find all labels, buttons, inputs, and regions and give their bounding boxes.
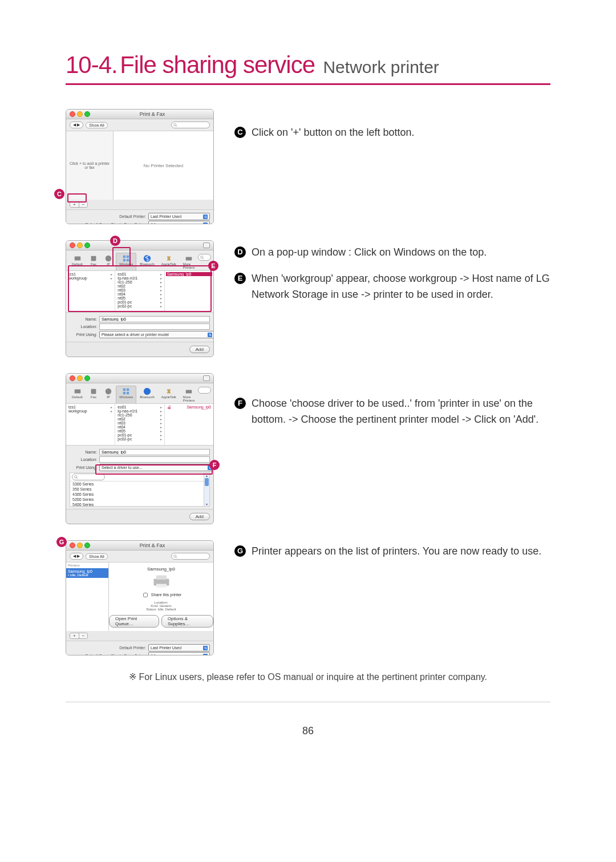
svg-rect-14	[91, 389, 96, 394]
printer-location-input[interactable]	[99, 323, 210, 330]
svg-rect-27	[156, 575, 167, 580]
svg-point-15	[106, 388, 112, 395]
printer-name-input[interactable]	[99, 316, 210, 322]
share-printer-checkbox[interactable]: Share this printer	[141, 591, 181, 599]
page-setup-select[interactable]: A4⇅	[148, 221, 210, 224]
tab-more-printers[interactable]: More Printers	[180, 253, 198, 270]
bullet-C: C	[234, 127, 246, 138]
search-input[interactable]	[171, 122, 210, 128]
search-input[interactable]	[198, 254, 211, 261]
callout-G: G	[56, 537, 67, 547]
svg-rect-6	[127, 256, 129, 258]
bullet-D: D	[234, 246, 246, 258]
tab-default[interactable]: Default	[68, 253, 86, 270]
svg-line-12	[203, 258, 204, 259]
printer-icon	[151, 573, 172, 589]
printer-detail-name: Samsung_lp0	[147, 566, 175, 572]
step-F-text: Choose 'choose driver to be used..' from…	[252, 396, 550, 428]
bullet-G: G	[234, 545, 246, 557]
svg-rect-2	[74, 257, 80, 261]
svg-line-1	[176, 126, 177, 127]
svg-rect-28	[156, 584, 167, 587]
add-button[interactable]: Add	[189, 513, 210, 520]
svg-point-4	[106, 256, 112, 262]
toolbar-pill-icon[interactable]	[203, 242, 210, 248]
column-domains[interactable]: tzs1▸ workgroup▸	[66, 271, 115, 312]
svg-rect-16	[123, 388, 125, 391]
tab-more-printers[interactable]: More Printers	[180, 386, 198, 403]
step-D-text: On a pop-up window : Click on Windows on…	[252, 245, 487, 261]
svg-rect-21	[186, 390, 192, 393]
tab-default[interactable]: Default	[68, 386, 86, 403]
bullet-F: F	[234, 398, 246, 409]
driver-model-list[interactable]: 3300 Series 350 Series 4300 Series 5200 …	[70, 472, 210, 507]
print-using-select[interactable]: Please select a driver or printer model⇅	[99, 331, 214, 338]
screenshot-addprinter-1: Default Fax IP Windows Bluetooth AppleTa…	[66, 240, 214, 357]
screenshot-printfax-final: Print & Fax ◀ ▶ Show All Printers Samsun…	[66, 540, 214, 655]
tab-ip[interactable]: IP	[101, 253, 116, 270]
section-number: 10-4.	[66, 51, 117, 78]
show-all-button[interactable]: Show All	[86, 553, 108, 560]
svg-rect-10	[186, 257, 192, 260]
print-using-select[interactable]: Select a driver to use...⇅	[99, 464, 214, 471]
printer-list[interactable]: Printers Samsung_lp0 • Idle, Default	[66, 562, 109, 631]
callout-E: E	[208, 261, 218, 271]
step-G-text: Printer appears on the list of printers.…	[252, 544, 541, 560]
callout-D: D	[110, 236, 120, 246]
screenshot-printfax-empty: Print & Fax ◀ ▶ Show All Click + to add …	[66, 109, 214, 224]
open-print-queue-button[interactable]: Open Print Queue…	[109, 615, 159, 628]
tab-fax[interactable]: Fax	[86, 386, 101, 403]
svg-line-25	[176, 557, 177, 558]
back-forward[interactable]: ◀ ▶	[70, 122, 83, 128]
linux-footnote: ※ For Linux users, please refer to OS ma…	[66, 671, 550, 682]
options-supplies-button[interactable]: Options & Supplies…	[161, 615, 213, 628]
add-button[interactable]: Add	[189, 346, 210, 353]
page-setup-select[interactable]: A4⇅	[148, 652, 210, 655]
section-subtitle: Network printer	[323, 58, 439, 76]
tab-appletalk[interactable]: AppleTalk	[158, 386, 180, 403]
svg-rect-8	[127, 259, 129, 261]
window-title: Print & Fax	[95, 111, 210, 117]
column-printers[interactable]: Samsung_lp0	[165, 271, 213, 312]
svg-rect-13	[74, 390, 80, 394]
svg-rect-17	[127, 388, 129, 391]
tab-appletalk[interactable]: AppleTalk	[158, 253, 180, 270]
search-input[interactable]	[198, 387, 211, 394]
tab-windows[interactable]: Windows	[116, 386, 136, 403]
default-printer-select[interactable]: Last Printer Used⇅	[148, 213, 210, 220]
svg-rect-7	[123, 259, 125, 261]
svg-rect-5	[123, 256, 125, 258]
add-printer-tabs: Default Fax IP Windows Bluetooth AppleTa…	[66, 250, 213, 271]
section-heading: 10-4. File sharing service Network print…	[66, 51, 550, 85]
column-hosts[interactable]: es01▸ lg-nas-n1t1▸ nc1-250▸ nt02▸ nt03▸ …	[115, 271, 164, 312]
add-remove-buttons[interactable]: +−	[70, 633, 88, 639]
tab-windows[interactable]: Windows	[116, 253, 136, 270]
step-E-text: When 'workgroup' appear, choose workgrou…	[252, 271, 550, 303]
step-C-text: Click on '+' button on the left botton.	[252, 125, 415, 141]
printer-location-input[interactable]	[99, 456, 210, 463]
section-title: File sharing service	[120, 51, 315, 78]
show-all-button[interactable]: Show All	[86, 122, 108, 128]
screenshot-addprinter-2: Default Fax IP Windows Bluetooth AppleTa…	[66, 373, 214, 524]
add-remove-buttons[interactable]: +−	[70, 201, 88, 208]
tab-ip[interactable]: IP	[101, 386, 116, 403]
footer-divider	[66, 702, 550, 702]
svg-rect-19	[127, 392, 129, 394]
callout-C: C	[54, 189, 64, 199]
search-input[interactable]	[171, 553, 210, 560]
svg-point-20	[144, 388, 151, 395]
back-forward[interactable]: ◀ ▶	[70, 553, 83, 560]
page-number: 86	[66, 725, 550, 737]
svg-rect-18	[123, 392, 125, 394]
tab-bluetooth[interactable]: Bluetooth	[136, 386, 157, 403]
tab-fax[interactable]: Fax	[86, 253, 101, 270]
tab-bluetooth[interactable]: Bluetooth	[136, 253, 157, 270]
default-printer-select[interactable]: Last Printer Used⇅	[148, 644, 210, 651]
callout-F: F	[209, 460, 220, 470]
svg-line-23	[76, 477, 78, 479]
printer-list-empty: Click + to add a printer or fax	[66, 131, 114, 200]
svg-rect-3	[91, 256, 96, 261]
toolbar-pill-icon[interactable]	[203, 375, 210, 381]
printer-name-input[interactable]	[99, 449, 210, 455]
bullet-E: E	[234, 273, 246, 284]
